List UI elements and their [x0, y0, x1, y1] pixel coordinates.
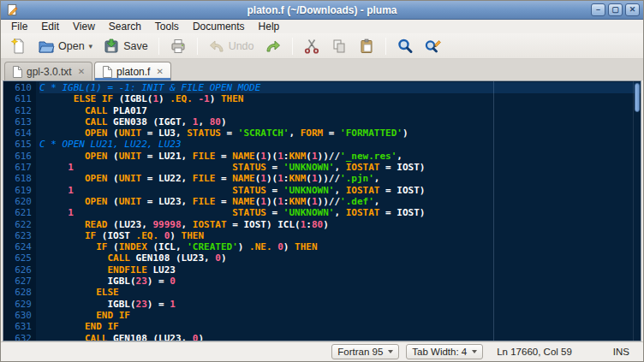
find-replace-button[interactable] [420, 35, 445, 57]
find-replace-icon [424, 38, 441, 55]
code-line[interactable]: OPEN (UNIT = LU22, FILE = NAME(1)(1:KNM(… [39, 173, 641, 184]
line-number: 632 [3, 333, 32, 341]
redo-icon [265, 38, 282, 55]
code-line[interactable]: 1 STATUS = 'UNKNOWN', IOSTAT = IOST) [39, 207, 641, 218]
code-line[interactable]: ENDFILE LU23 [39, 264, 641, 276]
line-number-gutter: 6106116126136146156166176186196206216226… [3, 81, 36, 341]
tab-width-select[interactable]: Tab Width: 4 [406, 344, 483, 359]
line-number: 625 [3, 252, 32, 264]
line-number: 618 [3, 173, 32, 184]
code-line[interactable]: READ (LU23, 99998, IOSTAT = IOST) ICL(1:… [39, 219, 641, 230]
close-button[interactable]: ✕ [625, 3, 640, 16]
code-line[interactable]: CALL GEN038 (IGGT, 1, 80) [39, 116, 641, 128]
line-number: 617 [3, 162, 32, 173]
menu-documents[interactable]: Documents [186, 21, 252, 33]
code-line[interactable]: IF (IOST .EQ. 0) THEN [39, 230, 641, 241]
code-line[interactable]: OPEN (UNIT = LU21, FILE = NAME(1)(1:KNM(… [39, 151, 641, 162]
tabbar: gpl-3.0.txt ✕ platon.f ✕ [1, 59, 643, 80]
line-number: 631 [3, 321, 32, 332]
line-number: 611 [3, 93, 32, 104]
line-number: 622 [3, 219, 32, 230]
line-number: 612 [3, 105, 32, 116]
redo-button[interactable] [260, 35, 286, 57]
line-number: 621 [3, 207, 32, 218]
toolbar: Open ▾ Save Undo [1, 33, 643, 59]
code-line[interactable]: OPEN (UNIT = LU3, STATUS = 'SCRATCH', FO… [39, 128, 641, 139]
language-select-label: Fortran 95 [337, 347, 383, 357]
code-line[interactable]: END IF [39, 321, 641, 332]
tab-gpl-3-0-txt[interactable]: gpl-3.0.txt ✕ [4, 62, 92, 80]
copy-button[interactable] [326, 35, 352, 57]
undo-button[interactable]: Undo [204, 35, 259, 57]
code-line[interactable]: ELSE IF (IGBL(1) .EQ. -1) THEN [39, 93, 641, 104]
open-dropdown-icon[interactable]: ▾ [89, 42, 93, 50]
minimize-button[interactable]: – [591, 3, 605, 16]
cut-button[interactable] [299, 35, 325, 57]
insert-mode-indicator: INS [613, 347, 629, 357]
line-number: 615 [3, 139, 32, 150]
line-number: 623 [3, 230, 32, 241]
new-document-icon [10, 38, 27, 55]
code-line[interactable]: C * OPEN LU21, LU22, LU23 [39, 139, 641, 150]
toolbar-separator [197, 38, 198, 55]
code-line[interactable]: IF (INDEX (ICL, 'CREATED') .NE. 0) THEN [39, 241, 641, 252]
find-button[interactable] [392, 35, 418, 57]
line-number: 610 [3, 82, 32, 93]
menu-search[interactable]: Search [102, 21, 148, 33]
titlebar[interactable]: platon.f (~/Downloads) - pluma – ▢ ✕ [1, 1, 643, 20]
window-title: platon.f (~/Downloads) - pluma [1, 4, 643, 16]
toolbar-separator [385, 38, 386, 55]
line-number: 616 [3, 151, 32, 162]
open-folder-icon [38, 38, 55, 55]
line-number: 628 [3, 287, 32, 298]
tab-close-icon[interactable]: ✕ [78, 67, 85, 76]
tab-width-select-label: Tab Width: 4 [412, 347, 467, 357]
new-document-button[interactable] [6, 35, 32, 57]
menu-tools[interactable]: Tools [148, 21, 186, 33]
code-line[interactable]: 1 STATUS = 'UNKNOWN', IOSTAT = IOST) [39, 185, 641, 196]
line-number: 630 [3, 310, 32, 321]
document-icon [12, 66, 22, 78]
code-line[interactable]: IGBL(23) = 0 [39, 276, 641, 287]
scrollbar-thumb[interactable] [635, 83, 640, 112]
code-line[interactable]: OPEN (UNIT = LU23, FILE = NAME(1)(1:KNM(… [39, 196, 641, 207]
menu-edit[interactable]: Edit [34, 21, 66, 33]
save-icon [103, 38, 120, 55]
line-number: 614 [3, 128, 32, 139]
pluma-window: platon.f (~/Downloads) - pluma – ▢ ✕ Fil… [0, 0, 644, 362]
menu-help[interactable]: Help [252, 21, 287, 33]
line-number: 627 [3, 276, 32, 287]
code-area[interactable]: C * IGBL(1) = -1: INIT & FILE OPEN MODE … [36, 81, 641, 341]
copy-icon [331, 38, 348, 55]
document-icon [102, 66, 112, 78]
open-button[interactable]: Open ▾ [33, 35, 97, 57]
undo-icon [208, 38, 225, 55]
save-button[interactable]: Save [98, 35, 152, 57]
save-button-label: Save [123, 40, 148, 52]
find-icon [397, 38, 414, 55]
maximize-button[interactable]: ▢ [608, 3, 623, 16]
cut-icon [303, 38, 320, 55]
code-line[interactable]: IGBL(23) = 1 [39, 299, 641, 310]
code-line[interactable]: CALL GEN108 (LU23, 0) [39, 252, 641, 264]
editor[interactable]: 6106116126136146156166176186196206216226… [3, 80, 641, 341]
code-line[interactable]: C * IGBL(1) = -1: INIT & FILE OPEN MODE [39, 82, 641, 93]
menu-file[interactable]: File [4, 21, 34, 33]
code-line[interactable]: END IF [39, 310, 641, 321]
tab-close-icon[interactable]: ✕ [156, 67, 163, 76]
tab-platon-f[interactable]: platon.f ✕ [94, 62, 171, 80]
code-line[interactable]: CALL PLA017 [39, 105, 641, 116]
tab-label: platon.f [116, 66, 150, 78]
paste-button[interactable] [354, 35, 379, 57]
paste-icon [358, 38, 375, 55]
code-line[interactable]: 1 STATUS = 'UNKNOWN', IOSTAT = IOST) [39, 162, 641, 173]
code-line[interactable]: ELSE [39, 287, 641, 298]
language-select[interactable]: Fortran 95 [331, 344, 399, 359]
print-icon [170, 38, 187, 55]
print-button[interactable] [165, 35, 191, 57]
line-number: 629 [3, 299, 32, 310]
menu-view[interactable]: View [66, 21, 102, 33]
vertical-scrollbar[interactable] [633, 81, 641, 341]
chevron-down-icon [388, 350, 393, 353]
code-line[interactable]: CALL GEN108 (LU23, 0) [39, 333, 641, 341]
